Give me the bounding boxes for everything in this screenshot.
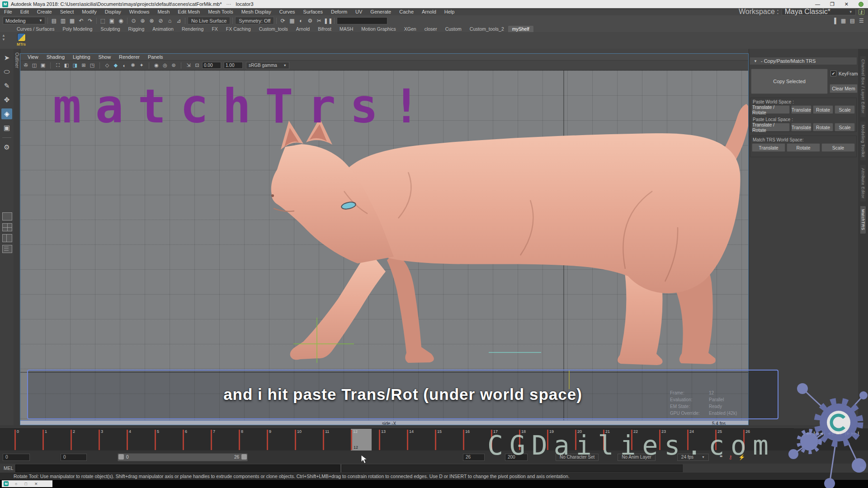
menu-item-cache[interactable]: Cache	[395, 9, 418, 14]
snap-icon-2[interactable]: ⊗	[148, 17, 156, 24]
menu-item-generate[interactable]: Generate	[366, 9, 395, 14]
paste-local-button-scale[interactable]: Scale	[835, 123, 855, 131]
sidebar-toggle-icon-0[interactable]: ▐	[830, 17, 838, 24]
quick-selection-input[interactable]	[337, 17, 387, 24]
selection-mode-icon-0[interactable]: ⬚	[99, 17, 107, 24]
viewport-menu-panels[interactable]: Panels	[144, 54, 167, 60]
menu-item-deform[interactable]: Deform	[327, 9, 351, 14]
paste-local-button-translate-rotate[interactable]: Translate / Rotate	[752, 123, 790, 131]
viewport-3d-view[interactable]: matchTrs!	[20, 70, 748, 420]
viewport-tool-icon-21[interactable]: ⊡	[193, 62, 201, 69]
menu-item-uv[interactable]: UV	[351, 9, 366, 14]
clear-mem-button[interactable]: Clear Mem	[830, 84, 858, 93]
match-trs-button-rotate[interactable]: Rotate	[787, 143, 820, 152]
shelf-tab-bifrost[interactable]: Bifrost	[314, 26, 335, 32]
viewport-tool-icon-1[interactable]: ◫	[31, 62, 38, 69]
keyframe-checkbox-row[interactable]: ✔ KeyFrame	[830, 70, 860, 76]
mel-input[interactable]	[15, 465, 340, 472]
menu-item-mesh[interactable]: Mesh	[153, 9, 174, 14]
menu-item-arnold[interactable]: Arnold	[418, 9, 440, 14]
viewport-menu-show[interactable]: Show	[95, 54, 115, 60]
render-icon-4[interactable]: ✂	[315, 17, 323, 24]
shelf-tab-motion-graphics[interactable]: Motion Graphics	[357, 26, 400, 32]
gamma-field[interactable]: 1.00	[224, 62, 243, 69]
range-handle-left[interactable]	[118, 454, 124, 460]
workspace-dropdown[interactable]: Maya Classic* ▼	[782, 9, 856, 15]
playback-end-field[interactable]: 26	[463, 454, 485, 461]
close-button[interactable]: ✕	[844, 1, 849, 7]
mel-label[interactable]: MEL	[0, 465, 15, 471]
viewport-tool-icon-7[interactable]: ⊞	[80, 62, 87, 69]
shelf-item-mtrs[interactable]: MTrs	[14, 33, 29, 47]
render-icon-1[interactable]: ▦	[288, 17, 296, 24]
layout-four-pane-button[interactable]	[2, 223, 12, 231]
shelf-tab-sculpting[interactable]: Sculpting	[96, 26, 124, 32]
shelf-tab-fx[interactable]: FX	[208, 26, 222, 32]
mini-window-icon[interactable]: □	[24, 482, 27, 486]
shelf-tab-myshelf[interactable]: myShelf	[508, 26, 533, 32]
shelf-tab-animation[interactable]: Animation	[148, 26, 178, 32]
snap-icon-3[interactable]: ⊘	[157, 17, 165, 24]
paste-local-button-translate[interactable]: Translate	[791, 123, 811, 131]
shelf-tab-xgen[interactable]: XGen	[400, 26, 420, 32]
paste-world-button-translate[interactable]: Translate	[791, 105, 811, 114]
viewport-tool-icon-2[interactable]: ▣	[39, 62, 47, 69]
viewport-tool-icon-14[interactable]: ✦	[138, 62, 145, 69]
tool-icon-3[interactable]: ✥	[1, 94, 12, 105]
viewport-tool-icon-16[interactable]: ◉	[153, 62, 160, 69]
shelf-tab-fx-caching[interactable]: FX Caching	[222, 26, 255, 32]
render-icon-0[interactable]: ⟳	[279, 17, 287, 24]
paste-world-button-translate-rotate[interactable]: Translate / Rotate	[752, 105, 790, 114]
anim-start-field[interactable]: 0	[61, 454, 87, 461]
menu-set-dropdown[interactable]: Modeling ▼	[3, 17, 45, 24]
viewport-tool-icon-18[interactable]: ⊚	[170, 62, 177, 69]
sidebar-tab-channel-box-layer-editor[interactable]: Channel Box / Layer Editor	[860, 56, 866, 117]
sidebar-toggle-icon-2[interactable]: ▤	[849, 17, 856, 24]
shelf-tab-rigging[interactable]: Rigging	[124, 26, 149, 32]
sidebar-tab-attribute-editor[interactable]: Attribute Editor	[860, 165, 866, 202]
menu-item-edit[interactable]: Edit	[16, 9, 33, 14]
viewport-tool-icon-20[interactable]: ⇲	[185, 62, 192, 69]
sidebar-toggle-icon-3[interactable]: ☰	[858, 17, 865, 24]
viewport-menu-view[interactable]: View	[24, 54, 42, 60]
keyframe-checkbox[interactable]: ✔	[830, 70, 836, 76]
sidebar-tab-modeling-toolkit[interactable]: Modeling Toolkit	[860, 122, 866, 160]
viewport-tool-icon-4[interactable]: ⛶	[54, 62, 61, 69]
range-handle-right[interactable]	[241, 454, 247, 460]
menu-item-windows[interactable]: Windows	[125, 9, 154, 14]
snap-icon-1[interactable]: ⊕	[139, 17, 146, 24]
snap-icon-4[interactable]: ⌂	[166, 17, 174, 24]
viewport-menu-renderer[interactable]: Renderer	[115, 54, 143, 60]
copy-selected-button[interactable]: Copy Selected	[751, 69, 828, 94]
file-icon-4[interactable]: ↷	[86, 17, 94, 24]
shelf-tab-mash[interactable]: MASH	[335, 26, 357, 32]
layout-two-pane-button[interactable]	[2, 234, 12, 242]
shelf-tab-poly-modeling[interactable]: Poly Modeling	[58, 26, 96, 32]
maya-taskbar-icon[interactable]: M	[4, 481, 9, 486]
shelf-tab-closer[interactable]: closer	[420, 26, 441, 32]
shelf-scroll-arrows[interactable]: ▲▼	[2, 33, 5, 42]
sidebar-tab-matchtrs[interactable]: MatchTRS	[860, 206, 866, 234]
playback-start-field[interactable]: 0	[3, 454, 30, 461]
tool-icon-2[interactable]: ✎	[1, 80, 12, 91]
outliner-panel-collapsed[interactable]: Outliner	[14, 49, 20, 425]
file-icon-1[interactable]: ▥	[59, 17, 67, 24]
view-transform-dropdown[interactable]: sRGB gamma ▼	[246, 62, 289, 69]
tool-icon-0[interactable]: ➤	[1, 52, 12, 63]
shelf-tab-rendering[interactable]: Rendering	[178, 26, 208, 32]
minimize-button[interactable]: —	[815, 1, 820, 7]
menu-item-edit-mesh[interactable]: Edit Mesh	[174, 9, 204, 14]
file-icon-3[interactable]: ↶	[77, 17, 85, 24]
workspace-lock-icon[interactable]: ⚷	[859, 9, 864, 15]
menu-item-help[interactable]: Help	[440, 9, 459, 14]
maximize-button[interactable]: ❐	[830, 1, 835, 7]
viewport-tool-icon-8[interactable]: ◳	[89, 62, 96, 69]
viewport-menu-lighting[interactable]: Lighting	[69, 54, 94, 60]
mini-window-icon[interactable]: ○	[15, 482, 17, 486]
tool-icon-1[interactable]: ⬭	[1, 66, 12, 77]
viewport-tool-icon-5[interactable]: ◧	[63, 62, 70, 69]
trs-panel-header[interactable]: ▼ - Copy/Paste/Match TRS	[750, 57, 857, 65]
paste-world-button-rotate[interactable]: Rotate	[813, 105, 833, 114]
menu-item-curves[interactable]: Curves	[275, 9, 299, 14]
layout-single-pane-button[interactable]	[2, 212, 12, 221]
